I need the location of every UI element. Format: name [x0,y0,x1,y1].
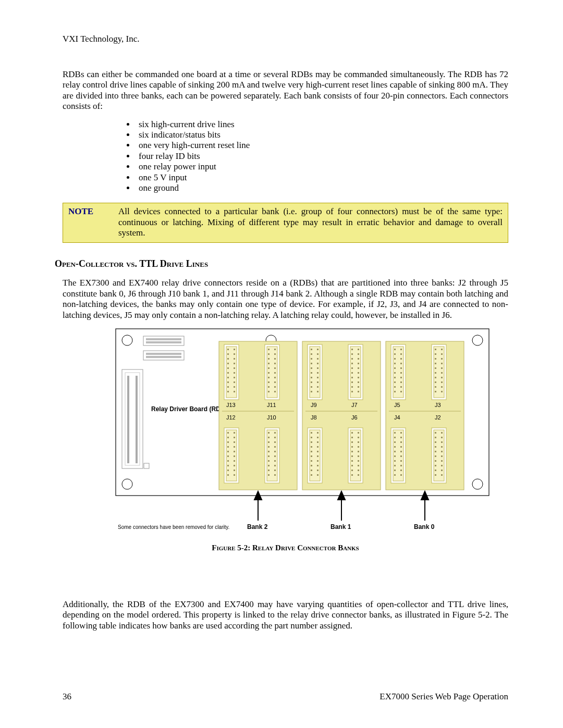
svg-rect-50 [227,363,229,364]
page-footer: 36 EX7000 Series Web Page Operation [63,692,508,702]
list-item: six high-current drive lines [136,119,508,130]
connector-list: six high-current drive lines six indicat… [63,119,508,194]
conn-label: J9 [311,402,317,408]
list-item: one relay power input [136,162,508,172]
svg-rect-63 [234,391,235,392]
svg-rect-51 [234,363,235,364]
svg-rect-52 [227,367,229,369]
doc-title: EX7000 Series Web Page Operation [380,692,508,702]
svg-rect-14 [127,376,129,463]
diagram-footnote: Some connectors have been removed for cl… [118,524,229,530]
conn-label: J2 [435,414,441,421]
list-item: six indicator/status bits [136,130,508,140]
svg-rect-62 [227,391,229,392]
list-item: four relay ID bits [136,151,508,162]
closing-paragraph: Additionally, the RDB of the EX7300 and … [63,599,508,631]
svg-rect-7 [143,351,184,360]
page-number: 36 [63,692,71,702]
conn-label: J5 [394,402,400,408]
svg-rect-57 [234,377,235,378]
conn-label: J3 [435,402,441,408]
svg-rect-45 [234,349,235,350]
svg-rect-48 [227,358,229,360]
conn-label: J7 [351,402,358,408]
svg-rect-53 [234,367,235,369]
svg-rect-8 [146,338,181,340]
list-item: one ground [136,183,508,193]
svg-rect-15 [136,376,138,463]
bank-label: Bank 0 [414,523,435,530]
svg-rect-6 [143,336,184,346]
svg-point-4 [472,479,483,489]
svg-rect-58 [227,381,229,383]
conn-label: J4 [394,414,400,421]
svg-rect-44 [227,349,229,350]
section-heading: Open-Collector vs. TTL Drive Lines [55,258,508,269]
conn-label: J13 [226,402,236,408]
conn-label: J6 [351,414,358,421]
svg-rect-11 [146,356,181,358]
figure-caption: Figure 5-2: Relay Drive Connector Banks [63,544,508,552]
svg-rect-56 [227,377,229,378]
svg-rect-10 [146,353,181,355]
svg-rect-54 [227,372,229,374]
svg-rect-55 [234,372,235,374]
svg-point-2 [472,335,483,346]
bank-label: Bank 2 [247,523,268,530]
conn-label: J11 [267,402,276,408]
svg-rect-9 [146,341,181,343]
svg-rect-16 [144,463,149,468]
svg-rect-60 [227,386,229,388]
list-item: one 5 V input [136,172,508,183]
company-header: VXI Technology, Inc. [63,34,508,44]
note-text: All devices connected to a particular ba… [118,206,503,238]
conn-label: J12 [226,414,236,421]
rdb-label-text: Relay Driver Board (RDB) [151,405,227,413]
bank-label: Bank 1 [331,523,351,530]
conn-label: J10 [267,414,276,421]
relay-driver-board-diagram: Relay Driver Board (RDB) [115,328,490,536]
section-paragraph: The EX7300 and EX7400 relay drive connec… [63,278,508,320]
svg-rect-59 [234,381,235,383]
list-item: one very high-current reset line [136,140,508,151]
note-label: NOTE [68,206,118,238]
svg-point-1 [122,335,132,346]
svg-rect-49 [234,358,235,360]
svg-rect-46 [227,353,229,355]
conn-label: J8 [311,414,317,421]
svg-rect-47 [234,353,235,355]
svg-point-3 [122,479,132,489]
note-callout: NOTE All devices connected to a particul… [63,203,508,243]
svg-rect-61 [234,386,235,388]
figure-5-2: Relay Driver Board (RDB) [63,328,508,552]
intro-paragraph: RDBs can either be commanded one board a… [63,69,508,112]
